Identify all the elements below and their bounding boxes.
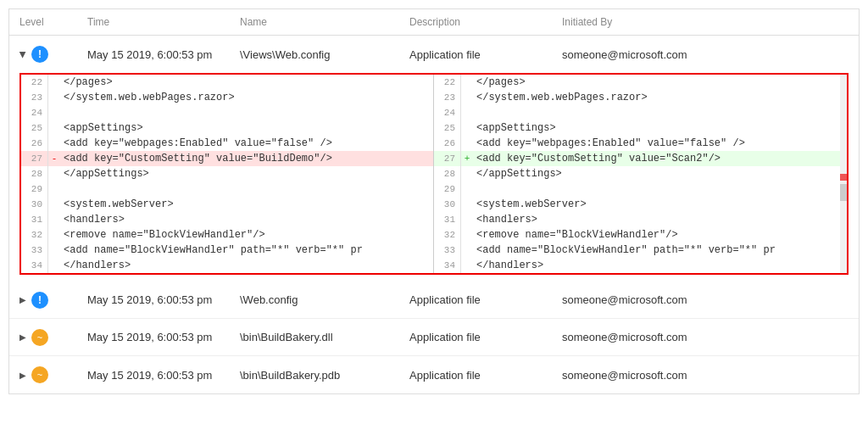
line-number: 22 <box>21 75 48 90</box>
line-number: 33 <box>21 243 48 258</box>
diff-line: 33 <add name="BlockViewHandler" path="*"… <box>434 243 847 258</box>
table-row[interactable]: ▶ ! May 15 2019, 6:00:53 pm \Views\Web.c… <box>9 36 859 73</box>
line-content: <remove name="BlockViewHandler"/> <box>60 227 265 243</box>
chevron-down-icon[interactable]: ▶ <box>19 51 28 58</box>
line-number: 30 <box>434 197 461 212</box>
line-content: </pages> <box>473 75 526 90</box>
line-number: 33 <box>434 243 461 258</box>
diff-line: 29 <box>434 181 847 197</box>
diff-line: 29 <box>21 181 433 197</box>
table-row[interactable]: ▶ ~ May 15 2019, 6:00:53 pm \bin\BuildBa… <box>9 356 859 393</box>
line-content: <appSettings> <box>473 120 556 136</box>
level-cell: ▶ ~ <box>19 329 87 346</box>
diff-line: 25 <appSettings> <box>434 120 847 136</box>
line-number: 26 <box>434 136 461 151</box>
col-header-level: Level <box>19 16 87 28</box>
line-content: <handlers> <box>60 212 125 227</box>
scrollbar-thumb <box>840 184 847 201</box>
chevron-right-icon[interactable]: ▶ <box>19 295 26 304</box>
line-number: 23 <box>21 90 48 105</box>
scrollbar-marker <box>840 174 847 181</box>
table-row[interactable]: ▶ ~ May 15 2019, 6:00:53 pm \bin\BuildBa… <box>9 319 859 356</box>
table-row[interactable]: ▶ ! May 15 2019, 6:00:53 pm \Web.config … <box>9 282 859 319</box>
diff-line: 28 </appSettings> <box>21 166 433 181</box>
level-cell: ▶ ! <box>19 46 87 63</box>
diff-line: 26 <add key="webpages:Enabled" value="fa… <box>434 136 847 151</box>
col-header-time: Time <box>87 16 240 28</box>
line-number: 30 <box>21 197 48 212</box>
badge-info: ! <box>31 292 48 309</box>
diff-line: 30 <system.webServer> <box>434 197 847 212</box>
line-content: </appSettings> <box>473 166 562 181</box>
line-number: 24 <box>21 105 48 120</box>
line-content: <appSettings> <box>60 120 143 136</box>
line-number: 27 <box>434 151 461 166</box>
line-content: <handlers> <box>473 212 537 227</box>
diff-panel: 22 </pages>23 </system.web.webPages.razo… <box>19 73 849 275</box>
diff-right-wrapper: 22 </pages>23 </system.web.webPages.razo… <box>434 75 847 273</box>
line-content: <add name="BlockViewHandler" path="*" ve… <box>473 243 776 258</box>
level-cell: ▶ ! <box>19 292 87 309</box>
row4-time: May 15 2019, 6:00:53 pm <box>87 369 240 382</box>
table-header: Level Time Name Description Initiated By <box>9 9 859 36</box>
row2-initiated: someone@microsoft.com <box>562 293 732 306</box>
line-number: 29 <box>21 181 48 197</box>
row4-initiated: someone@microsoft.com <box>562 369 732 382</box>
line-number: 31 <box>21 212 48 227</box>
line-number: 23 <box>434 90 461 105</box>
line-content: <add key="CustomSetting" value="BuildDem… <box>60 151 332 166</box>
row4-desc: Application file <box>409 369 562 382</box>
diff-line: 31 <handlers> <box>21 212 433 227</box>
diff-line: 27- <add key="CustomSetting" value="Buil… <box>21 151 433 166</box>
line-number: 26 <box>21 136 48 151</box>
scrollbar[interactable] <box>840 75 847 273</box>
row1-time: May 15 2019, 6:00:53 pm <box>87 48 240 61</box>
diff-line: 22 </pages> <box>434 75 847 90</box>
line-content: </handlers> <box>60 258 131 273</box>
line-content: <add key="webpages:Enabled" value="false… <box>60 136 332 151</box>
line-content: <system.webServer> <box>60 197 174 212</box>
diff-line: 22 </pages> <box>21 75 433 90</box>
row1-name: \Views\Web.config <box>240 48 409 61</box>
line-number: 34 <box>434 258 461 273</box>
line-number: 27 <box>21 151 48 166</box>
chevron-right-icon[interactable]: ▶ <box>19 371 26 380</box>
row4-name: \bin\BuildBakery.pdb <box>240 369 409 382</box>
line-content: </pages> <box>60 75 113 90</box>
row3-name: \bin\BuildBakery.dll <box>240 331 409 343</box>
diff-line: 31 <handlers> <box>434 212 847 227</box>
line-content: </handlers> <box>473 258 543 273</box>
diff-line: 34 </handlers> <box>21 258 433 273</box>
line-number: 34 <box>21 258 48 273</box>
col-header-desc: Description <box>409 16 562 28</box>
diff-line: 30 <system.webServer> <box>21 197 433 212</box>
row2-desc: Application file <box>409 293 562 306</box>
row3-time: May 15 2019, 6:00:53 pm <box>87 331 240 343</box>
col-header-name: Name <box>240 16 409 28</box>
diff-line: 32 <remove name="BlockViewHandler"/> <box>434 227 847 243</box>
diff-right: 22 </pages>23 </system.web.webPages.razo… <box>434 75 847 273</box>
line-content: <system.webServer> <box>473 197 587 212</box>
diff-line: 33 <add name="BlockViewHandler" path="*"… <box>21 243 433 258</box>
line-number: 28 <box>434 166 461 181</box>
line-marker: - <box>48 151 60 166</box>
line-number: 32 <box>21 227 48 243</box>
line-number: 25 <box>434 120 461 136</box>
row1-desc: Application file <box>409 48 562 61</box>
line-content: <add name="BlockViewHandler" path="*" ve… <box>60 243 363 258</box>
diff-line: 23 </system.web.webPages.razor> <box>21 90 433 105</box>
line-number: 22 <box>434 75 461 90</box>
diff-line: 24 <box>434 105 847 120</box>
chevron-right-icon[interactable]: ▶ <box>19 332 26 342</box>
line-content: </system.web.webPages.razor> <box>473 90 648 105</box>
diff-line: 26 <add key="webpages:Enabled" value="fa… <box>21 136 433 151</box>
diff-line: 24 <box>21 105 433 120</box>
row1-initiated: someone@microsoft.com <box>562 48 732 61</box>
line-content: <remove name="BlockViewHandler"/> <box>473 227 678 243</box>
line-number: 28 <box>21 166 48 181</box>
line-number: 31 <box>434 212 461 227</box>
row3-initiated: someone@microsoft.com <box>562 331 732 343</box>
line-content: <add key="CustomSetting" value="Scan2"/> <box>473 151 721 166</box>
col-header-initiated: Initiated By <box>562 16 732 28</box>
diff-line: 23 </system.web.webPages.razor> <box>434 90 847 105</box>
